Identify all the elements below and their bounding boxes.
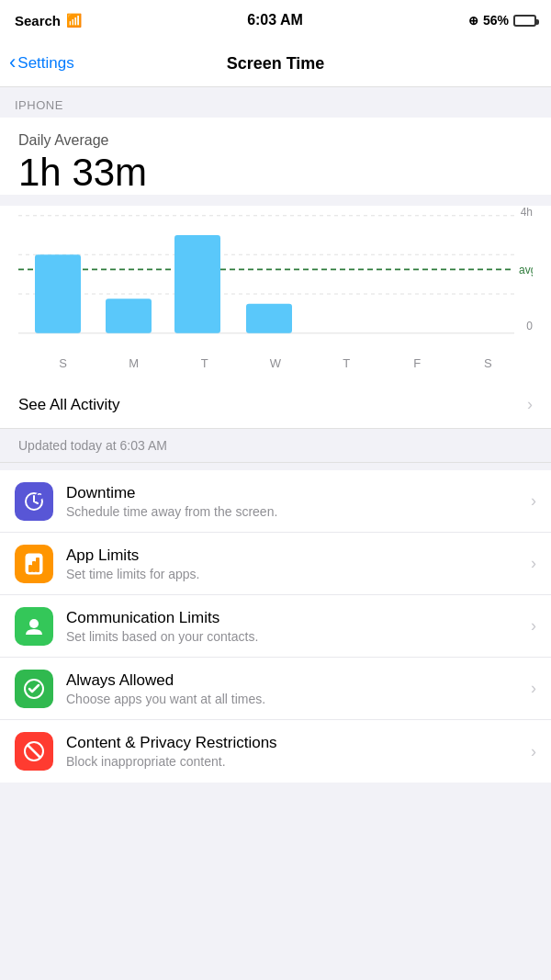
svg-rect-8 (174, 235, 220, 333)
back-label: Settings (17, 54, 73, 73)
downtime-chevron-icon: › (531, 491, 536, 511)
see-all-label: See All Activity (18, 396, 120, 414)
commlimits-chevron-icon: › (531, 616, 536, 636)
alwaysallowed-text: Always Allowed Choose apps you want at a… (66, 671, 523, 706)
chart-day-w: W (262, 356, 289, 370)
usage-chart-container: 4h avg 0 S M T W T (0, 206, 551, 381)
daily-average-time: 1h 33m (18, 151, 533, 195)
content-subtitle: Block inappropriate content. (66, 754, 523, 769)
menu-section: Downtime Schedule time away from the scr… (0, 470, 551, 783)
downtime-subtitle: Schedule time away from the screen. (66, 504, 523, 519)
menu-item-always-allowed[interactable]: Always Allowed Choose apps you want at a… (0, 658, 551, 720)
battery-icon (513, 15, 536, 27)
see-all-chevron-icon: › (527, 395, 533, 414)
chart-day-t2: T (332, 356, 360, 370)
chart-day-t1: T (191, 356, 219, 370)
chart-day-m: M (120, 356, 148, 370)
svg-rect-14 (28, 565, 32, 572)
svg-rect-16 (36, 558, 39, 572)
see-all-activity-row[interactable]: See All Activity › (0, 381, 551, 429)
screen-rotation-icon: ⊕ (468, 14, 478, 28)
alwaysallowed-chevron-icon: › (531, 679, 536, 698)
updated-text: Updated today at 6:03 AM (18, 438, 167, 453)
content-title: Content & Privacy Restrictions (66, 734, 523, 752)
downtime-icon (15, 482, 53, 521)
nav-bar: ‹ Settings Screen Time (0, 40, 551, 87)
menu-item-downtime[interactable]: Downtime Schedule time away from the scr… (0, 470, 551, 533)
chart-day-f: F (403, 356, 431, 370)
page-title: Screen Time (227, 54, 325, 73)
chart-day-s2: S (474, 356, 501, 370)
downtime-title: Downtime (66, 484, 523, 502)
applimits-title: App Limits (66, 546, 523, 565)
status-time: 6:03 AM (247, 12, 303, 28)
content-text: Content & Privacy Restrictions Block ina… (66, 734, 523, 769)
chart-y-label-0: 0 (526, 320, 533, 332)
content-chevron-icon: › (531, 742, 536, 761)
content-icon (15, 732, 53, 771)
applimits-subtitle: Set time limits for apps. (66, 567, 523, 581)
svg-rect-9 (246, 304, 292, 333)
carrier-label: Search (15, 13, 61, 28)
commlimits-text: Communication Limits Set limits based on… (66, 609, 523, 644)
svg-rect-6 (35, 254, 81, 332)
menu-item-content-privacy[interactable]: Content & Privacy Restrictions Block ina… (0, 720, 551, 783)
usage-chart-svg: avg (18, 206, 533, 353)
svg-point-17 (29, 619, 39, 628)
alwaysallowed-subtitle: Choose apps you want at all times. (66, 692, 523, 706)
menu-item-app-limits[interactable]: App Limits Set time limits for apps. › (0, 533, 551, 595)
commlimits-title: Communication Limits (66, 609, 523, 627)
status-bar: Search 📶 6:03 AM ⊕ 56% (0, 0, 551, 40)
daily-average-label: Daily Average (18, 132, 533, 149)
section-header-iphone: IPHONE (0, 87, 551, 118)
status-left: Search 📶 (15, 13, 82, 28)
svg-line-20 (28, 746, 40, 758)
back-button[interactable]: ‹ Settings (9, 54, 74, 73)
applimits-chevron-icon: › (531, 554, 536, 573)
menu-item-comm-limits[interactable]: Communication Limits Set limits based on… (0, 595, 551, 658)
status-right: ⊕ 56% (468, 13, 536, 28)
back-chevron-icon: ‹ (9, 52, 16, 73)
applimits-text: App Limits Set time limits for apps. (66, 546, 523, 581)
battery-pct-label: 56% (483, 13, 509, 28)
usage-chart-area: 4h avg 0 (18, 206, 533, 353)
commlimits-subtitle: Set limits based on your contacts. (66, 629, 523, 644)
commlimits-icon (15, 607, 53, 646)
svg-text:avg: avg (519, 263, 533, 276)
chart-y-label-4h: 4h (521, 206, 533, 219)
updated-bar: Updated today at 6:03 AM (0, 429, 551, 463)
downtime-text: Downtime Schedule time away from the scr… (66, 484, 523, 519)
svg-rect-7 (106, 299, 152, 332)
wifi-icon: 📶 (66, 13, 82, 28)
chart-day-s1: S (50, 356, 77, 370)
chart-xaxis: S M T W T F S (18, 356, 533, 370)
svg-rect-15 (32, 561, 36, 572)
alwaysallowed-title: Always Allowed (66, 671, 523, 690)
applimits-icon (15, 545, 53, 583)
alwaysallowed-icon (15, 670, 53, 708)
daily-average-block: Daily Average 1h 33m (0, 118, 551, 195)
